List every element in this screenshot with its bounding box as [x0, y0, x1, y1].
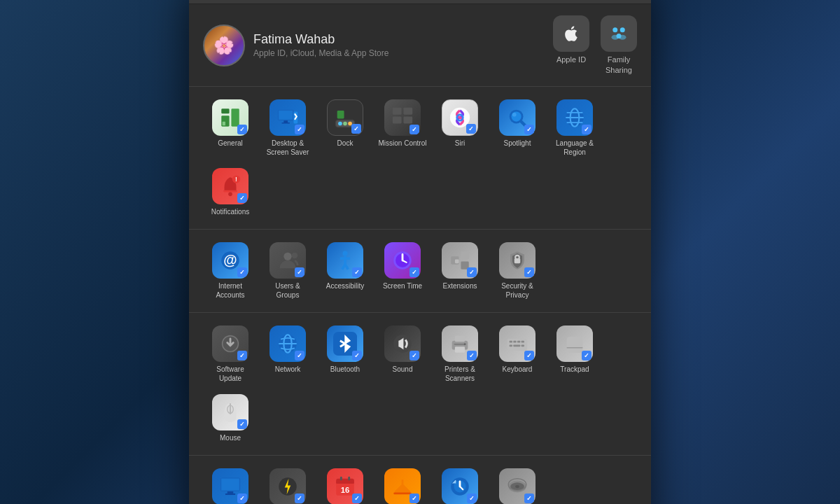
icon-box-startup-disk: ✓: [499, 468, 536, 504]
icon-box-displays: ✓: [212, 468, 248, 504]
profile-info: Fatima Wahab Apple ID, iCloud, Media & A…: [253, 32, 545, 58]
icon-label-security-privacy: Security & Privacy: [493, 281, 542, 300]
svg-point-27: [512, 111, 522, 121]
svg-point-1: [620, 27, 625, 32]
svg-rect-19: [337, 111, 344, 118]
svg-rect-73: [517, 341, 520, 343]
svg-point-43: [342, 251, 347, 255]
icon-item-displays[interactable]: ✓Displays: [203, 464, 258, 504]
apple-id-button[interactable]: Apple ID: [553, 15, 589, 75]
icon-label-accessibility: Accessibility: [326, 281, 364, 290]
svg-rect-75: [510, 344, 512, 346]
section-system: ✓Displays✓Energy Saver16✓Date & Time✓Sha…: [189, 456, 651, 504]
icon-box-time-machine: ✓: [442, 468, 478, 504]
icon-item-internet-accounts[interactable]: @✓Internet Accounts: [203, 238, 258, 304]
svg-point-69: [464, 343, 466, 345]
icon-item-accessibility[interactable]: ✓Accessibility: [318, 238, 372, 304]
svg-rect-23: [403, 116, 412, 123]
svg-point-16: [338, 121, 342, 125]
icon-item-mouse[interactable]: ✓Mouse: [203, 390, 258, 447]
icon-item-extensions[interactable]: ✓Extensions: [433, 238, 487, 304]
icon-label-spotlight: Spotlight: [504, 139, 531, 148]
sections-container: ✓General✓Desktop & Screen Saver✓Dock✓Mis…: [189, 87, 651, 504]
icon-label-extensions: Extensions: [443, 281, 477, 290]
profile-section: 🌸 Fatima Wahab Apple ID, iCloud, Media &…: [189, 4, 651, 87]
icon-label-trackpad: Trackpad: [560, 365, 589, 374]
check-badge-mouse: ✓: [237, 419, 247, 429]
icon-box-users-groups: ✓: [270, 242, 306, 279]
icon-box-general: ✓: [212, 99, 248, 136]
check-badge-keyboard: ✓: [524, 351, 534, 360]
icon-item-security-privacy[interactable]: ✓Security & Privacy: [490, 238, 545, 304]
svg-rect-91: [340, 477, 342, 481]
svg-rect-22: [393, 116, 402, 123]
icon-item-dock[interactable]: ✓Dock: [318, 95, 372, 161]
icon-label-language-region: Language & Region: [550, 139, 599, 157]
check-badge-general: ✓: [237, 125, 247, 134]
avatar[interactable]: 🌸: [203, 24, 245, 66]
icon-item-sound[interactable]: ✓Sound: [375, 321, 430, 387]
icon-item-printers-scanners[interactable]: ✓Printers & Scanners: [433, 321, 487, 387]
icon-item-mission-control[interactable]: ✓Mission Control: [375, 95, 430, 161]
check-badge-bluetooth: ✓: [352, 351, 362, 360]
check-badge-security-privacy: ✓: [524, 267, 534, 277]
check-badge-mission-control: ✓: [410, 125, 419, 134]
system-preferences-window: ‹ › Done System Preferences 🔍 🌸 Fatima W…: [189, 0, 651, 504]
icon-item-siri[interactable]: ✓Siri: [433, 95, 487, 161]
icon-label-printers-scanners: Printers & Scanners: [435, 365, 484, 383]
icon-item-language-region[interactable]: ✓Language & Region: [547, 95, 602, 161]
check-badge-startup-disk: ✓: [524, 493, 534, 503]
icon-item-screen-time[interactable]: ✓Screen Time: [375, 238, 430, 304]
icon-item-notifications[interactable]: !✓Notifications: [203, 164, 258, 220]
icon-item-desktop-screensaver[interactable]: ✓Desktop & Screen Saver: [260, 95, 315, 161]
family-sharing-button[interactable]: FamilySharing: [601, 15, 637, 75]
icon-box-printers-scanners: ✓: [442, 326, 478, 362]
icon-item-general[interactable]: ✓General: [203, 95, 258, 161]
icon-box-date-time: 16✓: [327, 468, 363, 504]
svg-line-47: [345, 264, 348, 269]
svg-rect-72: [513, 341, 516, 343]
family-sharing-label: FamilySharing: [606, 55, 632, 75]
svg-rect-10: [279, 111, 293, 120]
icon-item-energy-saver[interactable]: ✓Energy Saver: [260, 464, 315, 504]
icon-item-bluetooth[interactable]: ✓Bluetooth: [318, 321, 372, 387]
section-hardware: ✓Software Update✓Network✓Bluetooth✓Sound…: [189, 313, 651, 456]
svg-rect-8: [223, 121, 225, 125]
icon-item-startup-disk[interactable]: ✓Startup Disk: [490, 464, 545, 504]
icon-item-software-update[interactable]: ✓Software Update: [203, 321, 258, 387]
check-badge-desktop-screensaver: ✓: [295, 125, 304, 134]
icon-item-network[interactable]: ✓Network: [260, 321, 315, 387]
icon-item-sharing[interactable]: ✓Sharing: [375, 464, 430, 504]
svg-point-28: [512, 113, 517, 117]
svg-text:@: @: [223, 251, 237, 267]
svg-rect-12: [282, 122, 290, 123]
icon-box-security-privacy: ✓: [499, 242, 536, 279]
svg-rect-76: [513, 344, 520, 346]
svg-point-17: [343, 121, 347, 125]
svg-rect-20: [393, 108, 402, 115]
icon-box-language-region: ✓: [556, 99, 593, 136]
svg-text:16: 16: [341, 485, 350, 493]
icon-item-spotlight[interactable]: ✓Spotlight: [490, 95, 545, 161]
icon-box-siri: ✓: [442, 99, 478, 136]
svg-rect-7: [231, 108, 239, 127]
icon-item-keyboard[interactable]: ✓Keyboard: [490, 321, 545, 387]
svg-rect-92: [348, 477, 350, 481]
svg-rect-53: [461, 251, 468, 259]
icon-box-spotlight: ✓: [499, 99, 536, 136]
check-badge-siri: ✓: [466, 124, 476, 134]
icon-item-date-time[interactable]: 16✓Date & Time: [318, 464, 372, 504]
svg-rect-35: [223, 190, 237, 192]
icon-label-desktop-screensaver: Desktop & Screen Saver: [263, 139, 312, 157]
svg-point-0: [612, 27, 617, 32]
icon-box-mission-control: ✓: [384, 99, 421, 136]
svg-rect-74: [522, 341, 524, 343]
icon-item-users-groups[interactable]: ✓Users & Groups: [260, 238, 315, 304]
icon-box-energy-saver: ✓: [270, 468, 306, 504]
icon-box-internet-accounts: @✓: [212, 242, 248, 279]
family-sharing-icon: [601, 15, 637, 52]
check-badge-printers-scanners: ✓: [467, 351, 477, 360]
icon-item-time-machine[interactable]: ✓Time Machine: [433, 464, 487, 504]
icon-item-trackpad[interactable]: ✓Trackpad: [547, 321, 602, 387]
check-badge-dock: ✓: [351, 124, 361, 134]
